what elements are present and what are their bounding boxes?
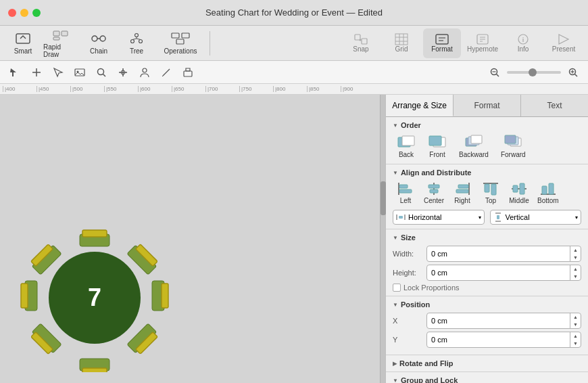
order-front-button[interactable]: Front [424, 133, 451, 160]
position-header[interactable]: ▼ Position [393, 300, 581, 309]
snap-icon [353, 33, 368, 45]
close-button[interactable] [8, 9, 16, 17]
svg-rect-71 [402, 136, 414, 145]
y-value: 0 cm [427, 332, 570, 347]
group-lock-collapse-arrow: ▼ [393, 378, 398, 384]
zoom-in-button[interactable] [564, 64, 583, 81]
svg-rect-73 [429, 136, 441, 145]
maximize-button[interactable] [32, 9, 41, 17]
zoom-slider[interactable] [507, 71, 561, 74]
zoom-thumb[interactable] [529, 68, 537, 76]
window-title: Seating Chart for Wedding or Event — Edi… [205, 7, 383, 18]
align-bottom-icon [539, 182, 557, 196]
x-stepper-down[interactable]: ▼ [570, 321, 581, 328]
person-tool[interactable] [135, 64, 154, 81]
zoom-out-button[interactable] [485, 64, 504, 81]
format-icon [435, 33, 449, 45]
toolbar-operations[interactable]: Operations [157, 28, 204, 58]
canvas[interactable]: 7 [0, 95, 380, 383]
size-header[interactable]: ▼ Size [393, 233, 581, 242]
pen-tool[interactable] [157, 64, 176, 81]
select-tool[interactable] [49, 64, 68, 81]
toolbar-snap[interactable]: Snap [342, 28, 380, 58]
front-icon [428, 135, 447, 150]
tab-text[interactable]: Text [521, 95, 588, 116]
info-icon: i [517, 33, 529, 45]
toolbar-tree[interactable]: Tree [119, 28, 154, 58]
grid-icon [395, 33, 408, 45]
lock-proportions-checkbox[interactable] [393, 284, 401, 292]
group-lock-section: ▼ Group and Lock Grou [386, 372, 588, 383]
align-left-button[interactable]: Left [393, 181, 418, 206]
order-back-button[interactable]: Back [393, 133, 420, 160]
pointer-tool[interactable] [27, 64, 46, 81]
svg-rect-96 [542, 186, 547, 194]
svg-point-4 [92, 36, 97, 41]
group-lock-header[interactable]: ▼ Group and Lock [393, 376, 581, 383]
width-stepper[interactable]: ▲ ▼ [570, 246, 581, 261]
align-middle-button[interactable]: Middle [506, 181, 532, 206]
svg-text:i: i [522, 37, 524, 43]
tab-format[interactable]: Format [454, 95, 521, 116]
scroll-bar[interactable] [380, 95, 385, 383]
secondary-toolbar [0, 61, 588, 84]
search-tool[interactable] [92, 64, 111, 81]
toolbar-smart[interactable]: Smart [5, 28, 41, 58]
svg-line-49 [575, 74, 578, 76]
svg-point-5 [100, 36, 105, 41]
horizontal-distribute-select[interactable]: Horizontal ▾ [393, 210, 485, 225]
svg-rect-88 [456, 189, 468, 193]
order-header[interactable]: ▼ Order [393, 121, 581, 129]
y-stepper-up[interactable]: ▲ [570, 332, 581, 340]
align-middle-icon [510, 182, 528, 196]
eraser-tool[interactable] [178, 64, 197, 81]
image-tool[interactable] [70, 64, 89, 81]
scroll-thumb[interactable] [381, 181, 386, 215]
size-section: ▼ Size Width: 0 cm ▲ ▼ Height: 0 cm [386, 229, 588, 296]
toolbar-info[interactable]: i Info [504, 28, 542, 58]
vertical-distribute-select[interactable]: Vertical ▾ [490, 210, 582, 225]
pan-tool[interactable] [114, 64, 132, 81]
chain-icon [89, 31, 108, 46]
x-stepper-up[interactable]: ▲ [570, 313, 581, 321]
order-forward-button[interactable]: Forward [497, 133, 530, 160]
arrow-tool[interactable] [5, 64, 24, 81]
x-stepper[interactable]: ▲ ▼ [570, 313, 581, 328]
width-input[interactable]: 0 cm ▲ ▼ [426, 246, 581, 262]
svg-rect-87 [458, 185, 468, 188]
zoom-controls [485, 64, 583, 81]
svg-rect-17 [362, 39, 367, 44]
order-backward-button[interactable]: Backward [455, 133, 493, 160]
width-stepper-down[interactable]: ▼ [570, 254, 581, 261]
svg-line-12 [137, 39, 141, 40]
y-stepper[interactable]: ▲ ▼ [570, 332, 581, 347]
y-input[interactable]: 0 cm ▲ ▼ [426, 332, 581, 348]
rotate-section[interactable]: ▶ Rotate and Flip [386, 355, 588, 372]
svg-rect-90 [485, 184, 489, 192]
position-title: Position [401, 300, 430, 309]
minimize-button[interactable] [20, 9, 28, 17]
height-input[interactable]: 0 cm ▲ ▼ [426, 265, 581, 281]
align-center-button[interactable]: Center [421, 181, 447, 206]
svg-rect-13 [172, 33, 179, 38]
width-stepper-up[interactable]: ▲ [570, 246, 581, 254]
toolbar-chain[interactable]: Chain [81, 28, 116, 58]
order-collapse-arrow: ▼ [393, 122, 398, 129]
toolbar-format[interactable]: Format [423, 28, 461, 58]
toolbar-present[interactable]: Present [545, 28, 583, 58]
toolbar-rapid-draw[interactable]: Rapid Draw [43, 28, 78, 58]
toolbar-grid[interactable]: Grid [383, 28, 420, 58]
svg-rect-100 [399, 216, 403, 219]
height-stepper[interactable]: ▲ ▼ [570, 265, 581, 280]
svg-rect-94 [520, 183, 524, 194]
align-header[interactable]: ▼ Align and Distribute [393, 168, 581, 177]
height-stepper-down[interactable]: ▼ [570, 273, 581, 280]
align-right-button[interactable]: Right [449, 181, 475, 206]
height-stepper-up[interactable]: ▲ [570, 265, 581, 273]
toolbar-hypernote[interactable]: Hypernote [464, 28, 501, 58]
x-input[interactable]: 0 cm ▲ ▼ [426, 313, 581, 329]
align-top-button[interactable]: Top [478, 181, 504, 206]
y-stepper-down[interactable]: ▼ [570, 340, 581, 347]
tab-arrange-size[interactable]: Arrange & Size [386, 95, 454, 116]
align-bottom-button[interactable]: Bottom [535, 181, 562, 206]
